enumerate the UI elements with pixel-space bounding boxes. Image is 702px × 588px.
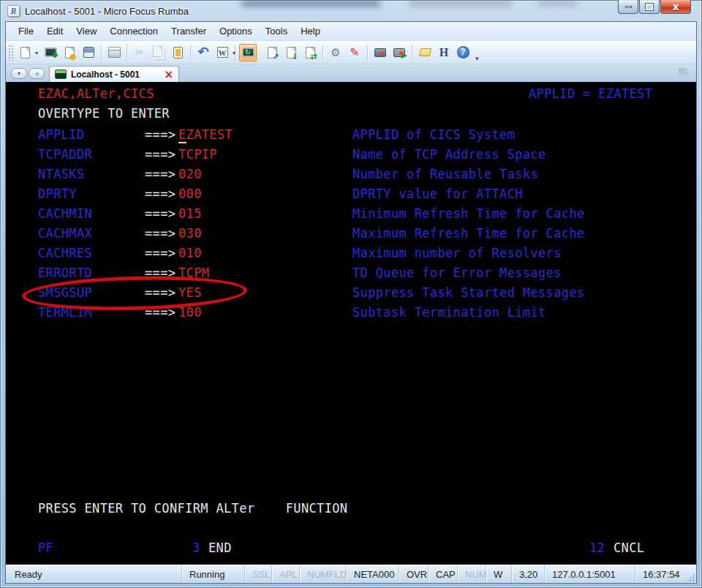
resize-grip[interactable] [686,565,696,583]
toolbar-separator [322,45,323,61]
export-to-word-button[interactable]: W [214,44,231,61]
field-row-smsgsup: SMSGSUP ===> YES Suppress Task Started M… [6,283,696,303]
field-desc: Minimum Refresh Time for Cache [352,204,585,224]
menu-tools[interactable]: Tools [259,23,294,39]
tab-bar: ▼ ◀ Localhost - 5001 × [6,64,696,82]
export-to-word-icon: W [217,47,228,58]
minimize-button[interactable] [618,0,638,14]
field-value[interactable]: 100 [178,303,202,323]
field-value[interactable]: 015 [178,204,202,224]
field-value[interactable]: EZATEST [178,125,233,145]
field-value[interactable]: 030 [178,224,202,244]
field-label: CACHMIN [38,204,92,224]
send-file-button[interactable]: ↗ [263,44,281,61]
field-value[interactable]: 010 [178,244,202,263]
field-arrow: ===> [145,283,176,303]
status-ssl: SSL [244,565,271,583]
minimize-icon [625,6,632,8]
rumba-app-icon: R [7,5,20,17]
record-macro-icon [374,48,386,57]
save-session-as-button[interactable]: ● [61,44,78,61]
undo-button[interactable]: ↶ [195,44,212,61]
toolbar-separator [367,45,368,61]
scroll-tabs-left-button[interactable]: ◀ [29,68,45,79]
run-macro-button[interactable]: ▶ [390,44,408,61]
toolbar-grip[interactable] [8,45,14,61]
field-arrow: ===> [145,303,176,323]
receive-file-button[interactable]: ↓ [282,44,300,61]
field-desc: DPRTY value for ATTACH [352,184,523,204]
toolbar-overflow-icon[interactable]: ▾ [475,55,479,64]
connect-disconnect-icon: ↻ [242,48,254,57]
menu-connection[interactable]: Connection [103,23,165,39]
field-row-cachres: CACHRES ===> 010 Maximum number of Resol… [6,244,696,263]
menu-file[interactable]: File [12,23,40,39]
hotspots-button[interactable]: H [435,44,453,61]
tab-localhost-5001[interactable]: Localhost - 5001 × [49,66,179,82]
terminal-screen[interactable]: EZAC,ALTer,CICS APPLID = EZATEST OVERTYP… [6,82,696,565]
status-apl: APL [271,565,299,583]
receive-file-icon: ↓ [287,47,296,59]
undo-icon: ↶ [197,47,208,58]
field-value[interactable]: YES [178,283,202,303]
toolbar-separator [127,45,127,61]
field-value[interactable]: 000 [178,184,202,204]
copy-icon [153,45,162,57]
transfer-files-icon: ⇄ [306,47,315,59]
field-label: CACHRES [38,244,92,263]
field-desc: Number of Reusable Tasks [352,165,538,184]
session-list-button[interactable]: ▼ [11,68,27,79]
toolbar-separator [412,45,412,61]
screen-subtitle: OVERTYPE TO ENTER [38,104,170,124]
field-desc: Suppress Task Started Messages [352,283,585,303]
maximize-button[interactable] [639,0,660,14]
menu-transfer[interactable]: Transfer [165,23,213,39]
hotspots-icon: H [439,47,448,59]
session-configuration-button[interactable]: ⚙ [327,44,344,61]
field-arrow: ===> [145,263,176,283]
field-value[interactable]: TCPIP [178,145,217,165]
page-curl-icon[interactable] [679,68,689,76]
command-line[interactable]: EZAC,ALTer,CICS [38,84,154,104]
title-bar[interactable]: R Localhost - 5001 - Micro Focus Rumba x [0,0,702,22]
menu-view[interactable]: View [69,23,103,39]
help-button[interactable]: ? [454,44,472,61]
status-ovr: OVR [399,565,428,583]
send-file-icon: ↗ [268,47,277,59]
clear-fields-button[interactable] [416,44,434,61]
field-label: APPLID [38,125,85,145]
pf12-key[interactable]: 12 [589,538,605,558]
tab-close-icon[interactable]: × [164,69,173,80]
pf3-end-label: END [208,538,232,558]
field-row-termlim: TERMLIM ===> 100 Subtask Termination Lim… [6,303,696,323]
rumba-window: R Localhost - 5001 - Micro Focus Rumba x… [0,0,702,588]
field-value[interactable]: 020 [178,165,202,184]
terminal-3270-icon [55,69,67,79]
menu-help[interactable]: Help [294,23,327,39]
session-configuration-icon: ⚙ [331,47,340,58]
new-session-button[interactable] [16,44,34,61]
open-session-icon: ◆ [45,48,57,57]
transfer-files-button[interactable]: ⇄ [301,44,319,61]
print-screen-icon [108,50,121,58]
menu-bar: File Edit View Connection Transfer Optio… [6,22,696,41]
open-session-button[interactable]: ◆ [42,44,59,61]
display-attributes-button[interactable]: ✎ [346,44,363,61]
paste-button[interactable] [169,44,186,61]
save-button[interactable] [80,44,97,61]
paste-icon [173,47,183,59]
close-button[interactable]: x [660,0,691,14]
pf3-key[interactable]: 3 [192,538,200,558]
cut-button: ✂ [131,44,148,61]
field-arrow: ===> [145,145,176,165]
menu-edit[interactable]: Edit [40,23,69,39]
pf-key-row: PF 3 END 12 CNCL [6,538,696,558]
field-label: TERMLIM [38,303,92,323]
status-host-address: 127.0.0.1:5001 [544,565,635,583]
pf-label: PF [38,538,53,558]
print-screen-button[interactable] [105,44,123,61]
menu-options[interactable]: Options [213,23,259,39]
record-macro-button[interactable] [371,44,389,61]
field-value[interactable]: TCPM [178,263,209,283]
connect-disconnect-button[interactable]: ↻ [239,44,257,61]
